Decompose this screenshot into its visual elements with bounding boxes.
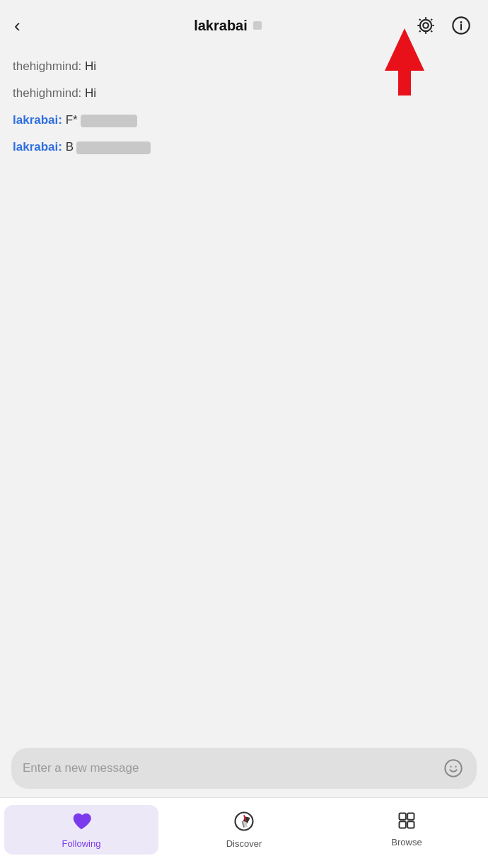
browse-icon bbox=[397, 811, 417, 834]
svg-point-7 bbox=[455, 766, 456, 768]
message-input[interactable]: Enter a new message bbox=[23, 761, 441, 775]
header-icons bbox=[413, 13, 474, 38]
message-sender: thehighmind: bbox=[13, 59, 85, 73]
svg-rect-14 bbox=[407, 814, 414, 820]
header-title-area: lakrabai bbox=[194, 18, 262, 34]
info-icon bbox=[451, 16, 471, 35]
message-text: F* bbox=[66, 113, 78, 127]
message-input-area: Enter a new message bbox=[0, 739, 488, 797]
list-item: thehighmind: Hi bbox=[13, 59, 475, 74]
back-button[interactable]: ‹ bbox=[14, 15, 42, 37]
bottom-nav: Following Discover Browse bbox=[0, 797, 488, 868]
info-button[interactable] bbox=[448, 13, 474, 38]
blurred-content bbox=[76, 141, 151, 154]
message-sender-blue: lakrabai: bbox=[13, 140, 66, 154]
discover-icon bbox=[233, 811, 255, 835]
svg-rect-15 bbox=[400, 821, 406, 828]
blurred-content bbox=[81, 115, 137, 127]
svg-point-6 bbox=[450, 766, 451, 768]
chat-area: thehighmind: Hi thehighmind: Hi lakrabai… bbox=[0, 48, 488, 178]
heart-icon bbox=[71, 811, 92, 835]
nav-item-browse[interactable]: Browse bbox=[330, 805, 484, 853]
nav-label-browse: Browse bbox=[391, 837, 422, 847]
status-dot bbox=[253, 21, 262, 30]
message-input-box: Enter a new message bbox=[11, 748, 477, 789]
nav-item-discover[interactable]: Discover bbox=[167, 805, 321, 855]
list-item: thehighmind: Hi bbox=[13, 86, 475, 100]
message-text: Hi bbox=[85, 86, 96, 100]
svg-point-1 bbox=[420, 20, 431, 31]
message-text: B bbox=[66, 140, 74, 154]
svg-point-5 bbox=[445, 760, 461, 776]
page-title: lakrabai bbox=[194, 18, 248, 34]
list-item: lakrabai: B bbox=[13, 140, 475, 154]
emoji-button[interactable] bbox=[441, 756, 465, 780]
emoji-icon bbox=[443, 758, 463, 778]
message-text: Hi bbox=[85, 59, 96, 73]
header: ‹ lakrabai bbox=[0, 0, 488, 48]
gear-icon bbox=[416, 16, 436, 35]
settings-button[interactable] bbox=[413, 13, 438, 38]
list-item: lakrabai: F* bbox=[13, 113, 475, 127]
svg-rect-13 bbox=[400, 814, 406, 820]
svg-rect-16 bbox=[407, 821, 414, 828]
svg-point-0 bbox=[423, 23, 428, 28]
message-sender: thehighmind: bbox=[13, 86, 85, 100]
nav-label-following: Following bbox=[62, 838, 101, 849]
message-sender-blue: lakrabai: bbox=[13, 113, 66, 127]
nav-label-discover: Discover bbox=[226, 838, 262, 849]
nav-item-following[interactable]: Following bbox=[4, 805, 158, 855]
